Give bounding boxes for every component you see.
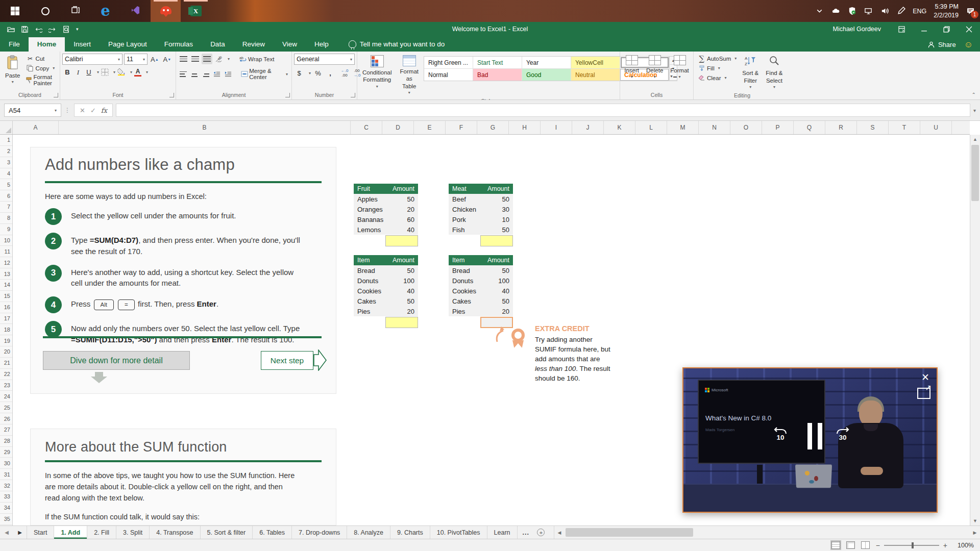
column-header-S[interactable]: S — [857, 121, 889, 134]
increase-font-icon[interactable]: A▲ — [149, 54, 160, 65]
ribbon-display-options-button[interactable] — [890, 22, 913, 36]
vertical-scrollbar[interactable]: ▲ ▼ — [970, 135, 980, 525]
ribbon-tab-help[interactable]: Help — [306, 37, 337, 52]
restore-button[interactable] — [935, 22, 958, 36]
row-header-27[interactable]: 27 — [0, 424, 12, 436]
visual-studio-taskbar-button[interactable] — [120, 0, 151, 22]
format-as-table-button[interactable]: Format as Table▾ — [397, 54, 422, 97]
video-popout-icon[interactable] — [917, 388, 930, 399]
row-header-35[interactable]: 35 — [0, 514, 12, 525]
name-box[interactable]: A54▾ — [4, 104, 61, 117]
column-header-H[interactable]: H — [509, 121, 541, 134]
row-header-7[interactable]: 7 — [0, 202, 12, 213]
align-right-icon[interactable] — [201, 69, 211, 80]
row-header-31[interactable]: 31 — [0, 469, 12, 480]
row-header-5[interactable]: 5 — [0, 179, 12, 190]
edge-taskbar-button[interactable]: e — [90, 0, 120, 22]
conditional-formatting-button[interactable]: Conditional Formatting▾ — [359, 54, 395, 91]
style-chip-Bad[interactable]: Bad — [473, 69, 522, 81]
row-header-29[interactable]: 29 — [0, 447, 12, 458]
bold-button[interactable]: B — [62, 67, 72, 78]
font-color-button[interactable]: A — [133, 67, 143, 78]
volume-icon[interactable] — [880, 7, 889, 16]
open-icon[interactable] — [7, 26, 15, 33]
row-header-2[interactable]: 2 — [0, 146, 12, 157]
row-header-21[interactable]: 21 — [0, 358, 12, 369]
column-header-F[interactable]: F — [446, 121, 477, 134]
sheet-tab-learn[interactable]: Learn — [487, 526, 518, 539]
row-header-9[interactable]: 9 — [0, 224, 12, 235]
copy-button[interactable]: Copy▾ — [24, 63, 58, 73]
column-header-B[interactable]: B — [59, 121, 351, 134]
align-center-icon[interactable] — [189, 69, 200, 80]
row-header-22[interactable]: 22 — [0, 369, 12, 380]
accounting-format-button[interactable]: $ — [294, 68, 304, 79]
decrease-font-icon[interactable]: A▼ — [162, 54, 173, 65]
column-header-Q[interactable]: Q — [794, 121, 825, 134]
row-header-32[interactable]: 32 — [0, 480, 12, 491]
enter-icon[interactable]: ✓ — [90, 107, 96, 114]
underline-button[interactable]: U — [84, 67, 94, 78]
comma-style-button[interactable]: , — [325, 68, 335, 79]
row-header-12[interactable]: 12 — [0, 257, 12, 268]
ribbon-tab-home[interactable]: Home — [29, 37, 65, 52]
format-cells-button[interactable]: Format▾ — [667, 54, 692, 81]
align-bottom-icon[interactable] — [202, 54, 212, 64]
yellow-answer-cell[interactable] — [385, 317, 418, 328]
kraken-app-taskbar-button[interactable] — [151, 0, 181, 22]
style-chip-YellowCell[interactable]: YellowCell — [571, 57, 620, 68]
sheet-tab-9-charts[interactable]: 9. Charts — [390, 526, 430, 539]
defender-shield-icon[interactable] — [847, 7, 856, 16]
video-overlay[interactable]: ✕ Microsoft What's New in C# 8.0 Mads To… — [682, 367, 938, 513]
insert-cells-button[interactable]: Insert▾ — [621, 54, 642, 81]
yellow-answer-cell[interactable] — [385, 235, 418, 246]
cut-button[interactable]: ✂Cut — [24, 54, 58, 63]
autosum-button[interactable]: ∑AutoSum▾ — [696, 54, 738, 63]
sheet-tab-8-analyze[interactable]: 8. Analyze — [347, 526, 390, 539]
row-header-17[interactable]: 17 — [0, 313, 12, 324]
ribbon-tab-view[interactable]: View — [274, 37, 306, 52]
fill-button[interactable]: Fill▾ — [696, 63, 738, 73]
row-header-1[interactable]: 1 — [0, 135, 12, 146]
zoom-level[interactable]: 100% — [953, 542, 974, 549]
action-center-button[interactable]: 1 — [966, 7, 975, 16]
forward-30-button[interactable]: 30 — [835, 425, 850, 441]
dive-down-button[interactable]: Dive down for more detail — [43, 351, 190, 370]
cancel-icon[interactable]: ✕ — [80, 107, 85, 114]
font-dialog-launcher[interactable] — [169, 93, 174, 97]
name-box-splitter[interactable]: ⋮ — [64, 107, 71, 114]
column-header-E[interactable]: E — [414, 121, 446, 134]
font-size-combo[interactable]: 11▾ — [124, 54, 148, 65]
sheet-tab-1-add[interactable]: 1. Add — [54, 526, 87, 539]
formula-input[interactable] — [116, 104, 970, 117]
tray-chevron-icon[interactable] — [815, 7, 824, 16]
print-preview-icon[interactable] — [62, 26, 70, 33]
zoom-slider[interactable] — [884, 545, 939, 546]
row-header-34[interactable]: 34 — [0, 503, 12, 514]
start-button[interactable] — [0, 0, 30, 22]
style-chip-Year[interactable]: Year — [522, 57, 571, 68]
scroll-left-icon[interactable]: ◀ — [554, 530, 565, 535]
align-left-icon[interactable] — [178, 69, 188, 80]
column-header-A[interactable]: A — [13, 121, 59, 134]
select-all-corner[interactable] — [0, 121, 13, 134]
column-header-R[interactable]: R — [825, 121, 857, 134]
ribbon-tab-review[interactable]: Review — [234, 37, 274, 52]
redo-icon[interactable] — [48, 26, 56, 33]
new-sheet-button[interactable]: + — [534, 526, 548, 539]
align-middle-icon[interactable] — [190, 54, 201, 64]
insert-function-icon[interactable]: fx — [101, 107, 107, 114]
style-chip-Start Text[interactable]: Start Text — [473, 57, 522, 68]
column-header-K[interactable]: K — [604, 121, 635, 134]
horizontal-scrollbar[interactable]: ◀ ▶ — [554, 526, 980, 539]
orientation-button[interactable]: ab — [213, 54, 224, 64]
row-header-13[interactable]: 13 — [0, 268, 12, 280]
merge-center-button[interactable]: Merge & Center▾ — [239, 67, 289, 81]
video-close-icon[interactable]: ✕ — [921, 371, 929, 383]
column-header-N[interactable]: N — [699, 121, 730, 134]
zoom-out-icon[interactable]: − — [876, 541, 880, 549]
excel-taskbar-button[interactable]: X — [181, 0, 211, 22]
zoom-in-icon[interactable]: + — [943, 541, 947, 549]
share-button[interactable]: Share — [927, 41, 956, 48]
sheet-tab-start[interactable]: Start — [27, 526, 54, 539]
